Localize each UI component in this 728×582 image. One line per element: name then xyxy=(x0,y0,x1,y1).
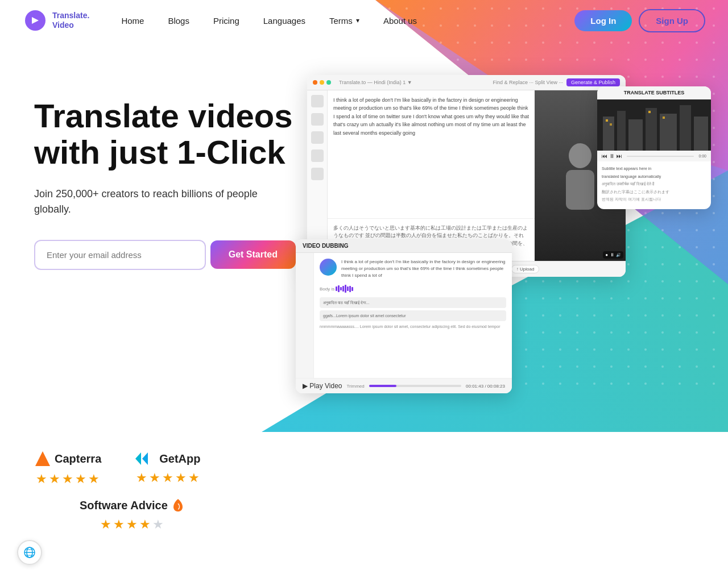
window-dots xyxy=(313,80,331,85)
subtitle-line-5: 번역된 자막이 여기에 표시됩니다 xyxy=(602,197,706,203)
sub-timeline[interactable] xyxy=(627,156,694,157)
email-input[interactable] xyxy=(34,240,206,270)
logo-text: Translate. Video xyxy=(52,11,89,30)
header-actions: Log In Sign Up xyxy=(574,9,705,32)
svg-rect-9 xyxy=(646,108,657,151)
svg-rect-12 xyxy=(694,117,708,151)
timeline-progress xyxy=(369,385,397,387)
nav-home[interactable]: Home xyxy=(112,11,153,30)
svg-rect-11 xyxy=(680,105,691,151)
preview-content: I think a lot of people don't I'm like b… xyxy=(307,90,626,261)
dubbing-content: I think a lot of people don't I'm like b… xyxy=(314,253,512,378)
nav-languages[interactable]: Languages xyxy=(254,11,315,30)
subtitles-video xyxy=(597,99,711,151)
software-advice-logo: Software Advice ★ ★ ★ ★ ★ xyxy=(34,498,185,532)
video-controls-overlay: ● ⏸ 🔊 xyxy=(603,251,623,259)
get-started-button[interactable]: Get Started xyxy=(210,240,296,269)
dot-red xyxy=(313,80,317,85)
capterra-logo: Capterra ★ ★ ★ ★ ★ xyxy=(34,450,101,487)
getapp-logo: GetApp ★ ★ ★ ★ ★ xyxy=(135,451,200,485)
login-button[interactable]: Log In xyxy=(574,10,632,31)
logo[interactable]: Translate. Video xyxy=(23,8,89,33)
timeline[interactable] xyxy=(369,385,461,387)
upload-btn[interactable]: ↑ Upload xyxy=(511,265,540,273)
signup-button[interactable]: Sign Up xyxy=(639,9,705,32)
waveform: Body is xyxy=(320,285,506,293)
preview-text-area: I think a lot of people don't I'm like b… xyxy=(328,90,535,261)
time-display: 00:01:43 / 00:08:23 xyxy=(466,384,505,389)
dubbing-sidebar xyxy=(296,253,314,378)
hero-right: Translate.to — Hindi (India) 1 ▼ Find & … xyxy=(296,75,694,405)
subtitles-controls: ⏮ ⏸ ⏭ 0:00 xyxy=(597,151,711,161)
subtitle-line-1: Subtitle text appears here in xyxy=(602,166,706,172)
hero-title: Translate videos with just 1-Click xyxy=(34,98,296,171)
svg-rect-10 xyxy=(660,114,677,151)
header: Translate. Video Home Blogs Pricing Lang… xyxy=(0,0,728,41)
dubbing-header: VIDEO DUBBING xyxy=(296,239,512,253)
generate-btn-toolbar[interactable]: Generate & Publish xyxy=(566,78,620,86)
dubbing-body: I think a lot of people don't I'm like b… xyxy=(296,253,512,378)
logos-row: Capterra ★ ★ ★ ★ ★ GetApp ★ ★ xyxy=(34,450,200,487)
svg-rect-7 xyxy=(617,111,626,151)
logo-icon xyxy=(23,8,48,33)
dubbed-text-block: अनुवादित पाठ यहाँ दिखाई देगा... ggafs...… xyxy=(320,297,506,330)
software-advice-icon xyxy=(171,498,185,513)
sidebar-icon-5 xyxy=(311,168,324,180)
hero-section: Translate videos with just 1-Click Join … xyxy=(0,41,728,416)
svg-marker-17 xyxy=(35,451,50,466)
trimmed-label: Trimmed xyxy=(347,384,365,389)
capterra-stars: ★ ★ ★ ★ ★ xyxy=(36,472,100,487)
subtitle-line-4: 翻訳された字幕はここに表示されます xyxy=(602,189,706,196)
sidebar-icon-4 xyxy=(311,149,324,162)
preview-toolbar: Translate.to — Hindi (India) 1 ▼ Find & … xyxy=(307,75,626,90)
svg-rect-15 xyxy=(648,111,651,113)
subtitles-card: TRANSLATE SUBTITLES xyxy=(597,86,711,209)
nav-terms[interactable]: Terms xyxy=(320,11,369,30)
dubbing-controls: ▶ Play Video Trimmed 00:01:43 / 00:08:23 xyxy=(296,378,512,393)
transcript-en: I think a lot of people don't I'm like b… xyxy=(328,90,535,218)
globe-icon xyxy=(23,546,36,559)
getapp-name: GetApp xyxy=(135,451,200,466)
city-scene-icon xyxy=(597,99,711,151)
subtitles-header: TRANSLATE SUBTITLES xyxy=(597,86,711,99)
sub-time: 0:00 xyxy=(698,154,706,158)
hero-subtitle: Join 250,000+ creators to reach billions… xyxy=(34,186,296,217)
logos-section: Capterra ★ ★ ★ ★ ★ GetApp ★ ★ xyxy=(0,416,728,555)
hero-left: Translate videos with just 1-Click Join … xyxy=(34,75,296,270)
nav-blogs[interactable]: Blogs xyxy=(159,11,198,30)
subtitles-text-area: Subtitle text appears here in translated… xyxy=(597,161,711,209)
getapp-icon xyxy=(135,451,156,466)
sub-play-button[interactable]: ⏮ ⏸ ⏭ xyxy=(602,153,622,159)
dot-green xyxy=(326,80,331,85)
preview-sidebar xyxy=(307,90,328,261)
software-advice-stars: ★ ★ ★ ★ ★ xyxy=(100,517,164,532)
capterra-name: Capterra xyxy=(34,450,101,467)
sidebar-icon-3 xyxy=(311,131,324,144)
svg-rect-16 xyxy=(663,117,665,119)
getapp-stars: ★ ★ ★ ★ ★ xyxy=(136,471,200,485)
person-silhouette-icon xyxy=(557,139,603,213)
software-advice-name: Software Advice xyxy=(80,498,185,513)
svg-marker-19 xyxy=(142,452,148,465)
main-nav: Home Blogs Pricing Languages Terms About… xyxy=(112,11,574,30)
svg-marker-18 xyxy=(135,452,141,465)
svg-point-3 xyxy=(569,143,592,168)
hero-cta: Get Started xyxy=(34,240,296,270)
capterra-icon xyxy=(34,450,51,467)
subtitle-line-3: अनुवादित उपशीर्षक यहाँ दिखाई देते हैं xyxy=(602,181,706,188)
subtitle-line-2: translated language automatically xyxy=(602,174,706,180)
sidebar-icon-1 xyxy=(311,95,324,107)
dubbing-avatar xyxy=(320,259,337,276)
dubbing-text: I think a lot of people don't I'm like b… xyxy=(341,259,506,279)
svg-rect-14 xyxy=(610,123,612,126)
nav-about[interactable]: About us xyxy=(374,11,426,30)
svg-rect-6 xyxy=(603,117,614,151)
dubbing-card: VIDEO DUBBING I think a lot of people do… xyxy=(296,239,512,393)
dot-yellow xyxy=(320,80,324,85)
globe-button[interactable] xyxy=(17,540,42,565)
svg-rect-4 xyxy=(566,170,594,210)
nav-pricing[interactable]: Pricing xyxy=(204,11,249,30)
dubbing-item: I think a lot of people don't I'm like b… xyxy=(320,259,506,279)
play-button[interactable]: ▶ Play Video xyxy=(303,382,342,390)
svg-rect-13 xyxy=(606,119,608,122)
